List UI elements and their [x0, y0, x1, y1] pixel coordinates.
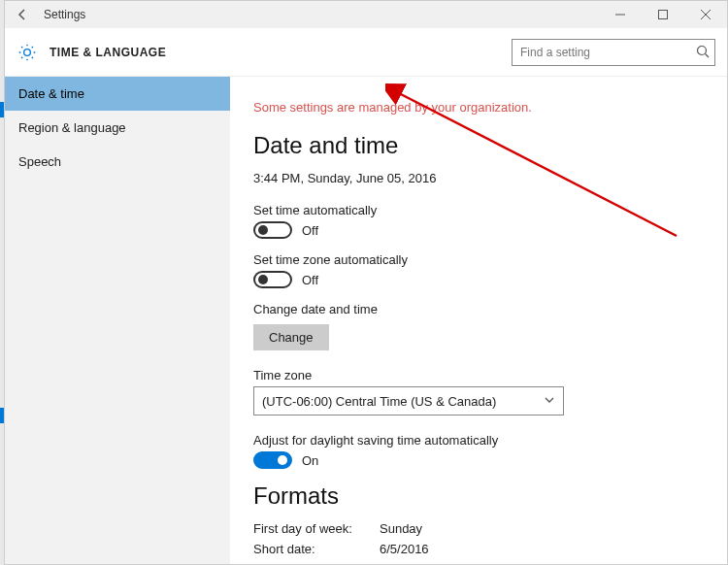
gear-icon	[17, 42, 38, 63]
auto-time-state: Off	[302, 223, 318, 238]
search-icon	[696, 45, 710, 62]
sidebar-item-label: Speech	[18, 154, 61, 169]
back-button[interactable]	[9, 1, 36, 28]
titlebar: Settings	[5, 1, 727, 28]
sidebar-item-date-time[interactable]: Date & time	[5, 77, 230, 111]
search-input[interactable]	[512, 39, 715, 66]
svg-line-5	[706, 53, 710, 57]
sidebar-item-label: Region & language	[18, 120, 126, 135]
chevron-down-icon	[544, 394, 555, 409]
body: Date & time Region & language Speech Som…	[5, 77, 727, 564]
svg-rect-1	[659, 11, 668, 19]
window-controls	[599, 1, 727, 28]
auto-time-row: Off	[253, 221, 704, 239]
toggle-knob	[258, 225, 268, 235]
first-day-label: First day of week:	[253, 521, 380, 536]
dst-state: On	[302, 453, 318, 468]
section-title-date-time: Date and time	[253, 132, 704, 159]
header-title: TIME & LANGUAGE	[50, 46, 512, 59]
sidebar-item-region-language[interactable]: Region & language	[5, 111, 230, 145]
search-box	[512, 39, 715, 66]
close-button[interactable]	[684, 1, 727, 28]
auto-tz-toggle[interactable]	[253, 271, 292, 288]
sidebar-item-speech[interactable]: Speech	[5, 145, 230, 179]
change-dt-label: Change date and time	[253, 302, 704, 316]
sidebar: Date & time Region & language Speech	[5, 77, 230, 564]
dst-row: On	[253, 451, 704, 469]
toggle-knob	[278, 455, 287, 465]
auto-tz-state: Off	[302, 273, 318, 287]
current-datetime: 3:44 PM, Sunday, June 05, 2016	[253, 171, 704, 185]
long-date-value: Sunday, June 05, 2016	[380, 562, 704, 564]
tz-dropdown[interactable]: (UTC-06:00) Central Time (US & Canada)	[253, 386, 564, 415]
sidebar-item-label: Date & time	[18, 86, 84, 101]
svg-point-4	[698, 46, 707, 54]
window-title: Settings	[44, 8, 599, 21]
org-managed-message: Some settings are managed by your organi…	[253, 100, 704, 115]
tz-label: Time zone	[253, 368, 704, 382]
tz-value: (UTC-06:00) Central Time (US & Canada)	[262, 394, 496, 409]
minimize-button[interactable]	[599, 1, 642, 28]
auto-time-label: Set time automatically	[253, 203, 704, 217]
dst-toggle[interactable]	[253, 451, 292, 469]
auto-time-toggle[interactable]	[253, 221, 292, 239]
settings-window: Settings TIME & LANGUAGE	[4, 0, 728, 565]
dst-label: Adjust for daylight saving time automati…	[253, 433, 704, 448]
content-pane: Some settings are managed by your organi…	[230, 77, 727, 564]
auto-tz-row: Off	[253, 271, 704, 288]
toggle-knob	[258, 275, 268, 284]
section-title-formats: Formats	[253, 482, 704, 510]
maximize-button[interactable]	[642, 1, 684, 28]
short-date-label: Short date:	[253, 542, 380, 556]
first-day-value: Sunday	[380, 521, 704, 536]
long-date-label: Long date:	[253, 562, 380, 564]
change-button[interactable]: Change	[253, 324, 329, 350]
formats-grid: First day of week: Sunday Short date: 6/…	[253, 521, 704, 564]
short-date-value: 6/5/2016	[380, 542, 704, 556]
auto-tz-label: Set time zone automatically	[253, 252, 704, 267]
page-header: TIME & LANGUAGE	[5, 28, 727, 77]
